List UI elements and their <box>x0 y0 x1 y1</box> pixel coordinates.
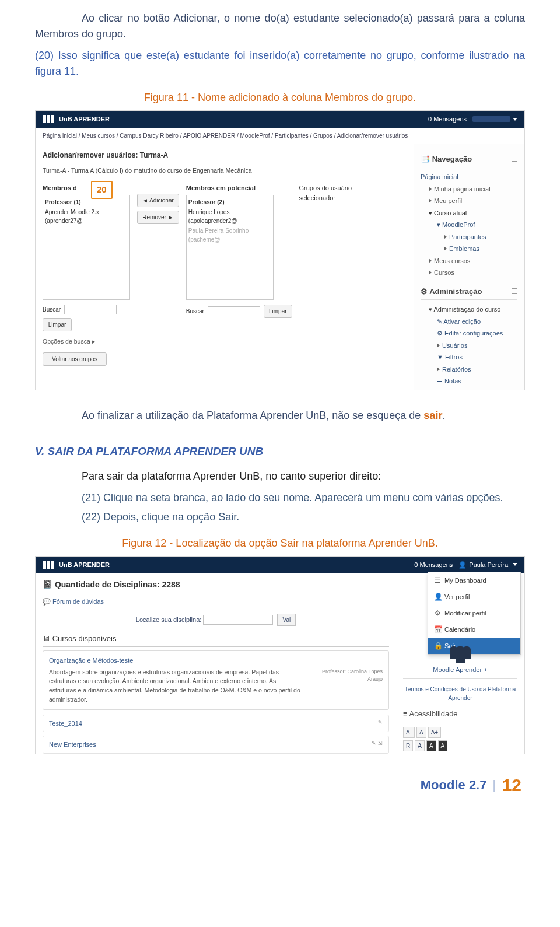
nav-link-profile[interactable]: Meu perfil <box>421 195 517 207</box>
step-22: (22) Depois, clique na opção Sair. <box>82 509 525 525</box>
unb-logo-icon <box>43 115 54 123</box>
course-card[interactable]: Organização e Métodos-teste Abordagem so… <box>43 650 389 710</box>
discipline-count: 📓 Quantidade de Disciplinas: 2288 <box>43 579 389 591</box>
course-description: Abordagem sobre organizações e estrutura… <box>49 668 301 705</box>
admin-grades[interactable]: ☰ Notas <box>421 375 517 387</box>
paragraph-step20: (20) Isso significa que este(a) estudant… <box>35 48 525 79</box>
section-5-heading: V. SAIR DA PLATAFORMA APRENDER UNB <box>35 443 525 460</box>
step-21: (21) Clique na seta branca, ao lado do s… <box>82 490 525 506</box>
clear-button[interactable]: Limpar <box>43 318 72 331</box>
footer-product: Moodle 2.7 <box>421 775 487 795</box>
moodle-top-bar: UnB APRENDER 0 Mensagens <box>36 111 524 128</box>
caret-down-icon <box>513 118 517 121</box>
nav-link-moodleprof[interactable]: ▾ MoodleProf <box>421 219 517 231</box>
font-smaller[interactable]: A- <box>403 727 415 738</box>
collapse-icon[interactable] <box>512 156 517 162</box>
menu-logout[interactable]: 🔒Sair <box>428 638 520 654</box>
user-groups-header: Grupos do usuário selecionado: <box>299 183 363 202</box>
admin-reports[interactable]: Relatórios <box>421 363 517 376</box>
members-listbox[interactable]: Professor (1) Aprender Moodle 2.x (apren… <box>43 195 130 300</box>
accessibility-title: ≡ Acessibilidade <box>403 708 517 723</box>
figure12-caption: Figura 12 - Localização da opção Sair na… <box>35 536 525 551</box>
brand-label: UnB APRENDER <box>59 114 110 124</box>
nav-link-myhome[interactable]: Minha página inicial <box>421 183 517 195</box>
list-item[interactable]: Aprender Moodle 2.x (aprender27@ <box>45 207 128 226</box>
nav-link-home[interactable]: Página inicial <box>421 171 517 183</box>
footer-page-number: 12 <box>502 772 522 798</box>
user-dropdown-menu: ☰My Dashboard 👤Ver perfil ⚙Modificar per… <box>428 572 521 655</box>
admin-outcome[interactable]: ✔ Resultado da aprendizagem <box>421 387 517 391</box>
caret-down-icon <box>513 563 517 566</box>
available-courses-heading: 🖥 Cursos disponíveis <box>43 633 389 648</box>
clear-button[interactable]: Limpar <box>264 305 292 318</box>
admin-block-title: Administração <box>429 287 482 296</box>
nav-link-badges[interactable]: Emblemas <box>421 243 517 255</box>
messages-label[interactable]: 0 Mensagens <box>414 560 453 570</box>
add-button[interactable]: ◄ Adicionar <box>137 194 179 207</box>
potential-header: Membros em potencial <box>186 183 292 193</box>
course-professor: Professor: Carolina Lopes Araujo <box>307 668 383 705</box>
course-title[interactable]: Organização e Métodos-teste <box>49 656 383 666</box>
search-go-button[interactable]: Vai <box>277 614 296 626</box>
admin-course[interactable]: ▾ Administração do curso <box>421 303 517 316</box>
menu-modify[interactable]: ⚙Modificar perfil <box>428 605 520 621</box>
list-item[interactable]: Professor (1) <box>45 197 128 207</box>
paragraph-intro: Ao clicar no botão Adicionar, o nome do(… <box>35 11 525 42</box>
nav-link-current[interactable]: ▾ Curso atual <box>421 207 517 219</box>
admin-settings[interactable]: ⚙ Editar configurações <box>421 327 517 340</box>
course-row[interactable]: New Enterprises✎ ⇲ <box>43 736 389 754</box>
search-discipline-input[interactable] <box>203 615 273 625</box>
group-heading: Adicionar/remover usuários: Turma-A <box>43 150 407 160</box>
page-footer: Moodle 2.7 | 12 <box>35 772 525 804</box>
paragraph-logout-intro: Para sair da plataforma Aprender UnB, no… <box>35 468 525 484</box>
contrast-a3[interactable]: A <box>438 740 448 751</box>
contrast-a1[interactable]: A <box>415 740 425 751</box>
contrast-reset[interactable]: R <box>403 740 413 751</box>
list-item[interactable]: Paula Pereira Sobrinho (pacheme@ <box>188 226 271 244</box>
font-larger[interactable]: A+ <box>428 727 442 738</box>
nav-block-title: Navegação <box>432 155 473 163</box>
terms-link[interactable]: Termos e Condições de Uso da Plataforma … <box>403 685 517 702</box>
potential-listbox[interactable]: Professor (2) Henrique Lopes (apoioapren… <box>186 195 274 300</box>
list-item[interactable]: Professor (2) <box>188 197 271 207</box>
forum-link[interactable]: 💬 Fórum de dúvidas <box>43 597 389 607</box>
menu-profile[interactable]: 👤Ver perfil <box>428 589 520 605</box>
font-default[interactable]: A <box>416 727 426 738</box>
contrast-a2[interactable]: A <box>426 740 436 751</box>
menu-dashboard[interactable]: ☰My Dashboard <box>428 572 520 589</box>
nav-link-courses[interactable]: Cursos <box>421 267 517 279</box>
user-menu[interactable] <box>473 116 517 122</box>
nav-link-mycourses[interactable]: Meus cursos <box>421 255 517 267</box>
moodle-top-bar-2: UnB APRENDER 0 Mensagens 👤Paula Pereira <box>36 557 524 573</box>
brand-label: UnB APRENDER <box>59 560 110 570</box>
breadcrumb[interactable]: Página inicial / Meus cursos / Campus Da… <box>36 128 524 144</box>
group-description: Turma-A - Turma A (Cálculo I) do matutin… <box>43 166 407 176</box>
admin-edit[interactable]: ✎ Ativar edição <box>421 316 517 328</box>
messages-label[interactable]: 0 Mensagens <box>428 114 467 124</box>
search-options-link[interactable]: Opções de busca ▸ <box>43 337 130 347</box>
admin-users[interactable]: Usuários <box>421 340 517 352</box>
collapse-icon[interactable] <box>512 288 517 294</box>
potential-search-input[interactable] <box>208 306 260 316</box>
user-menu[interactable]: 👤Paula Pereira <box>459 560 517 570</box>
members-search-input[interactable] <box>64 305 117 314</box>
remove-button[interactable]: Remover ► <box>137 211 179 224</box>
contrast-buttons: R A A A <box>403 740 517 751</box>
members-header: Membros d <box>43 183 130 193</box>
back-to-groups-button[interactable]: Voltar aos grupos <box>43 352 107 366</box>
course-row[interactable]: Teste_2014✎ <box>43 715 389 733</box>
figure-12: UnB APRENDER 0 Mensagens 👤Paula Pereira … <box>35 556 525 754</box>
list-item[interactable]: Henrique Lopes (apoioaprender2@ <box>188 207 271 226</box>
search-discipline-label: Localize sua disciplina: <box>136 616 202 623</box>
menu-calendar[interactable]: 📅Calendário <box>428 621 520 638</box>
figure-11: UnB APRENDER 0 Mensagens Página inicial … <box>35 110 525 390</box>
nav-link-participants[interactable]: Participantes <box>421 231 517 243</box>
unb-logo-icon <box>43 561 54 569</box>
callout-20: 20 <box>91 181 113 199</box>
font-size-buttons: A- A A+ <box>403 727 517 738</box>
paragraph-after-fig11: Ao finalizar a utilização da Plataforma … <box>35 408 525 424</box>
admin-filters[interactable]: ▼ Filtros <box>421 351 517 363</box>
search-label: Buscar <box>43 305 61 314</box>
figure11-caption: Figura 11 - Nome adicionado à coluna Mem… <box>35 90 525 106</box>
search-label: Buscar <box>186 307 204 316</box>
